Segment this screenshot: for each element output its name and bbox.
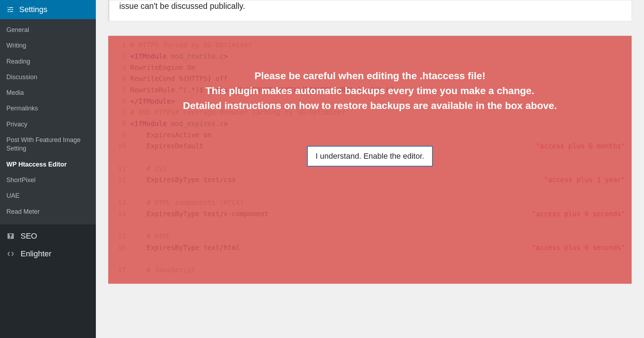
sidebar-item-read-meter[interactable]: Read Meter (0, 204, 96, 219)
warning-line-3: Detailed instructions on how to restore … (183, 98, 557, 113)
editor-warning-overlay: Please be careful when editing the .htac… (108, 36, 632, 284)
code-icon (6, 250, 15, 258)
sidebar-item-wp-htaccess-editor[interactable]: WP Htaccess Editor (0, 157, 96, 172)
sidebar-item-privacy[interactable]: Privacy (0, 116, 96, 132)
sidebar-item-seo[interactable]: SEO (0, 227, 96, 245)
warning-line-2: This plugin makes automatic backups ever… (206, 83, 534, 98)
sidebar-item-general[interactable]: General (0, 22, 96, 38)
sidebar-item-uae[interactable]: UAE (0, 188, 96, 203)
notice-text: issue can't be discussed publically. (119, 1, 245, 11)
sidebar-item-permalinks[interactable]: Permalinks (0, 100, 96, 116)
yoast-icon (6, 232, 15, 240)
sidebar-item-reading[interactable]: Reading (0, 54, 96, 69)
sidebar-item-writing[interactable]: Writing (0, 38, 96, 53)
sidebar-item-shortpixel[interactable]: ShortPixel (0, 172, 96, 188)
notice-box: issue can't be discussed publically. (108, 0, 632, 21)
sidebar-item-post-with-featured-image-setting[interactable]: Post With Featured Image Setting (0, 132, 96, 157)
sidebar-item-label: SEO (21, 231, 37, 241)
sidebar-item-media[interactable]: Media (0, 85, 96, 100)
sliders-icon (6, 6, 14, 13)
sidebar-item-label: Enlighter (21, 249, 51, 258)
htaccess-editor-wrap: 12345678910 1112 1314 1516 17 # HTTPS fo… (108, 36, 632, 284)
sidebar-header-settings[interactable]: Settings (0, 0, 96, 19)
sidebar-header-label: Settings (19, 5, 48, 14)
settings-submenu: GeneralWritingReadingDiscussionMediaPerm… (0, 19, 96, 224)
main-content: issue can't be discussed publically. 123… (96, 0, 644, 338)
sidebar-item-discussion[interactable]: Discussion (0, 69, 96, 85)
enable-editor-button[interactable]: I understand. Enable the editor. (307, 146, 433, 167)
sidebar-other-section: SEOEnlighter (0, 224, 96, 263)
sidebar-item-enlighter[interactable]: Enlighter (0, 245, 96, 263)
admin-sidebar: Settings GeneralWritingReadingDiscussion… (0, 0, 96, 338)
warning-line-1: Please be careful when editing the .htac… (255, 69, 485, 83)
